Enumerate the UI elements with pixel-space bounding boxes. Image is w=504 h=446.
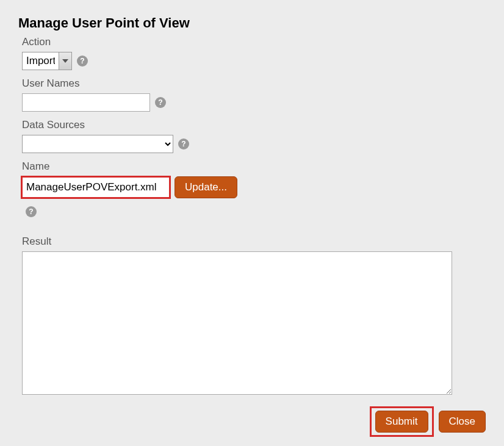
help-icon[interactable]: ?	[178, 138, 189, 149]
action-dropdown-button[interactable]	[59, 52, 72, 70]
help-icon[interactable]: ?	[155, 97, 166, 108]
submit-highlight-box: Submit	[370, 406, 434, 437]
user-names-input[interactable]	[22, 93, 150, 112]
action-select-input[interactable]	[22, 52, 59, 70]
user-names-field-group: User Names ?	[18, 77, 486, 112]
name-input[interactable]	[22, 177, 170, 198]
action-select[interactable]	[22, 52, 72, 70]
result-textarea[interactable]	[22, 251, 452, 395]
dialog-button-bar: Submit Close	[370, 406, 486, 437]
close-button[interactable]: Close	[439, 411, 486, 433]
update-button[interactable]: Update...	[175, 176, 237, 198]
help-icon[interactable]: ?	[77, 56, 88, 67]
data-sources-label: Data Sources	[22, 119, 486, 131]
dialog-title: Manage User Point of View	[18, 15, 486, 31]
action-label: Action	[22, 36, 486, 48]
action-field-group: Action ?	[18, 36, 486, 70]
data-sources-field-group: Data Sources ?	[18, 119, 486, 153]
name-field-group: Name Update... ?	[18, 160, 486, 217]
data-sources-select[interactable]	[22, 135, 173, 153]
result-field-group: Result	[18, 236, 486, 397]
user-names-label: User Names	[22, 77, 486, 90]
name-label: Name	[22, 160, 486, 173]
help-icon[interactable]: ?	[26, 206, 37, 217]
chevron-down-icon	[62, 59, 68, 63]
result-label: Result	[22, 236, 486, 248]
submit-button[interactable]: Submit	[375, 411, 428, 433]
